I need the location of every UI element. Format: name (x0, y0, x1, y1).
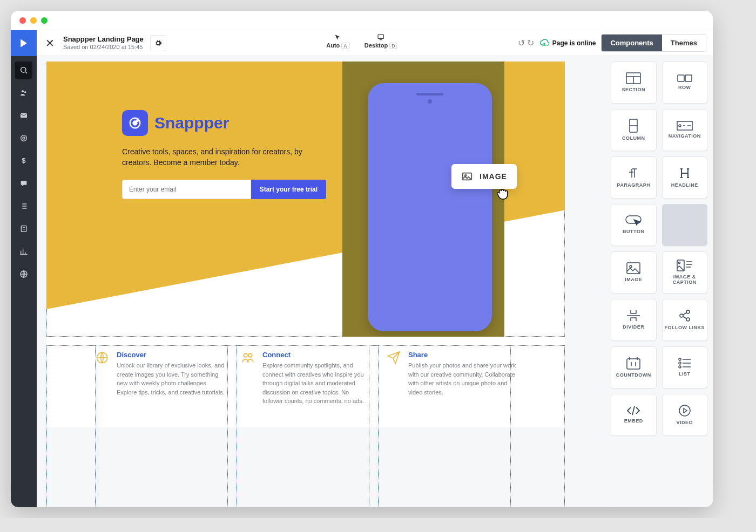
svg-point-17 (248, 353, 252, 357)
component-follow-links[interactable]: FOLLOW LINKS (662, 299, 708, 341)
components-panel: SECTIONROWCOLUMNNAVIGATIONPARAGRAPHHEADL… (605, 56, 713, 507)
svg-point-2 (24, 91, 26, 93)
window-min-dot[interactable] (30, 17, 37, 24)
svg-point-36 (679, 405, 690, 416)
feature-share: SharePublish your photos and share your … (387, 351, 516, 406)
redo-button[interactable]: ↻ (527, 38, 534, 48)
cta-button[interactable]: Start your free trial (251, 180, 326, 199)
component-section[interactable]: SECTION (611, 62, 657, 104)
svg-point-12 (137, 120, 138, 121)
feature-title: Connect (262, 351, 370, 359)
window-titlebar (11, 11, 713, 30)
window-close-dot[interactable] (19, 17, 26, 24)
undo-button[interactable]: ↺ (518, 38, 525, 48)
dollar-icon[interactable] (15, 152, 32, 169)
feature-title: Share (408, 351, 516, 359)
component-navigation[interactable]: NAVIGATION (662, 109, 708, 151)
svg-point-29 (686, 310, 690, 313)
component-label: DIVIDER (623, 325, 644, 330)
feature-body: Explore community spotlights, and connec… (262, 361, 370, 406)
svg-point-1 (22, 90, 24, 92)
svg-rect-6 (21, 181, 27, 185)
svg-point-23 (679, 125, 681, 127)
component-image-caption[interactable]: IMAGE & CAPTION (662, 251, 708, 294)
hero-description: Creative tools, spaces, and inspiration … (122, 147, 327, 168)
settings-button[interactable] (150, 35, 166, 51)
list-icon[interactable] (15, 197, 32, 215)
page-saved-text: Saved on 02/24/2020 at 15:45 (63, 44, 144, 51)
svg-point-34 (679, 362, 681, 364)
mode-desktop[interactable]: DesktopD (364, 33, 397, 49)
svg-point-35 (679, 366, 681, 368)
component-label: ROW (678, 85, 691, 91)
component-button[interactable]: BUTTON (611, 204, 657, 246)
svg-rect-9 (378, 35, 384, 38)
component-countdown[interactable]: COUNTDOWN (611, 346, 657, 388)
svg-rect-3 (21, 113, 27, 118)
component-label: SECTION (622, 87, 645, 93)
app-logo[interactable] (11, 30, 37, 56)
contacts-icon[interactable] (15, 84, 32, 101)
brand-name: Snappper (154, 114, 229, 132)
component-image-dragging[interactable] (662, 204, 708, 246)
svg-point-33 (679, 358, 681, 360)
component-label: HEADLINE (671, 183, 698, 188)
component-label: VIDEO (676, 420, 693, 426)
mode-auto-label: Auto (326, 42, 340, 49)
svg-point-0 (21, 67, 26, 72)
mode-desktop-label: Desktop (364, 42, 388, 49)
svg-point-16 (244, 353, 247, 357)
email-input[interactable] (122, 180, 251, 199)
globe-icon[interactable] (15, 265, 32, 283)
svg-rect-20 (685, 75, 692, 81)
component-label: FOLLOW LINKS (665, 325, 705, 331)
component-label: EMBED (624, 419, 643, 424)
component-headline[interactable]: HEADLINE (662, 156, 708, 199)
feature-connect: ConnectExplore community spotlights, and… (241, 351, 370, 406)
chat-icon[interactable] (15, 175, 32, 192)
component-label: NAVIGATION (669, 134, 701, 139)
component-row[interactable]: ROW (662, 62, 708, 104)
close-page-button[interactable]: ✕ (43, 35, 57, 52)
component-column[interactable]: COLUMN (611, 109, 657, 151)
svg-point-5 (23, 137, 25, 139)
doc-icon[interactable] (15, 220, 32, 237)
component-image[interactable]: IMAGE (611, 251, 657, 294)
component-label: COUNTDOWN (616, 373, 651, 378)
phone-mockup (368, 83, 492, 331)
svg-point-28 (678, 262, 680, 264)
window-max-dot[interactable] (41, 17, 48, 24)
component-video[interactable]: VIDEO (662, 394, 708, 436)
feature-body: Publish your photos and share your work … (408, 361, 516, 397)
component-embed[interactable]: EMBED (611, 394, 657, 436)
component-label: COLUMN (622, 136, 645, 141)
component-divider[interactable]: DIVIDER (611, 299, 657, 341)
component-label: PARAGRAPH (617, 183, 650, 188)
svg-rect-19 (678, 75, 684, 81)
component-list[interactable]: LIST (662, 346, 708, 388)
component-label: IMAGE & CAPTION (663, 275, 707, 285)
feature-body: Unlock our library of exclusive looks, a… (117, 361, 225, 397)
mail-icon[interactable] (15, 107, 32, 124)
svg-point-30 (680, 314, 683, 317)
tab-themes[interactable]: Themes (662, 35, 706, 51)
svg-point-4 (21, 135, 27, 141)
mode-auto-key: A (341, 43, 349, 49)
drag-chip-label: IMAGE (480, 172, 507, 181)
canvas[interactable]: Snappper Creative tools, spaces, and ins… (46, 62, 565, 427)
mode-desktop-key: D (389, 43, 397, 49)
page-title: Snappper Landing Page (63, 36, 144, 44)
component-label: LIST (679, 372, 691, 377)
feature-title: Discover (117, 351, 225, 359)
svg-point-26 (630, 265, 632, 268)
grab-cursor-icon (495, 186, 511, 205)
tab-components[interactable]: Components (602, 35, 662, 51)
svg-point-11 (133, 121, 137, 125)
chart-icon[interactable] (15, 243, 32, 260)
search-icon[interactable] (15, 62, 32, 79)
component-paragraph[interactable]: PARAGRAPH (611, 156, 657, 199)
target-icon[interactable] (15, 129, 32, 147)
component-label: BUTTON (623, 229, 644, 235)
mode-auto[interactable]: AutoA (326, 33, 349, 49)
page-status: Page is online (539, 38, 596, 48)
